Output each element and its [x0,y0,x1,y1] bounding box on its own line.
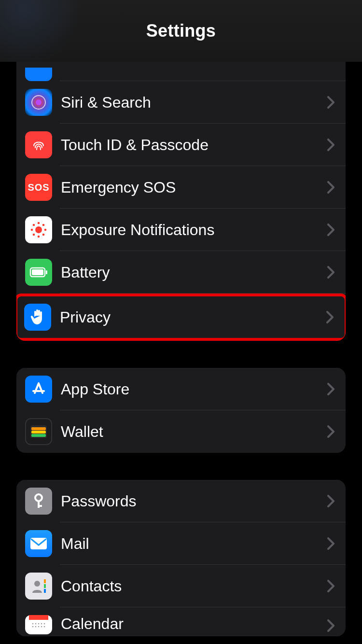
svg-point-29 [35,623,37,625]
mail-icon [25,530,52,557]
svg-point-2 [35,226,42,233]
svg-point-32 [44,623,45,625]
svg-point-34 [35,626,37,628]
svg-point-35 [38,626,40,628]
contacts-icon [25,573,52,600]
svg-rect-26 [29,615,48,620]
list-item-contacts[interactable]: Contacts [16,565,346,607]
list-item-label: Emergency SOS [61,179,327,196]
chevron-right-icon [327,181,346,194]
list-item-label: Passwords [61,492,327,510]
svg-rect-24 [44,584,46,588]
svg-rect-23 [44,579,46,583]
chevron-right-icon [327,619,346,632]
svg-point-1 [36,99,42,105]
svg-rect-17 [31,434,46,437]
svg-point-4 [38,236,40,238]
svg-point-28 [32,623,34,625]
list-item-label: Mail [61,535,327,553]
unknown-icon [25,68,52,81]
svg-point-31 [41,623,42,625]
chevron-right-icon [327,383,346,395]
chevron-right-icon [327,266,346,279]
svg-point-8 [42,224,45,226]
svg-point-37 [44,626,45,628]
list-item-exposure[interactable]: Exposure Notifications [16,209,346,251]
hand-icon [24,304,51,331]
svg-point-36 [41,626,42,628]
highlight-privacy: Privacy [16,294,346,341]
settings-group-accounts: Passwords Mail Contacts Calendar [16,480,346,636]
chevron-right-icon [326,311,345,323]
exposure-icon [25,216,52,243]
list-item-label: App Store [61,380,327,398]
svg-rect-13 [46,270,47,274]
svg-rect-20 [38,505,42,507]
siri-icon [25,89,52,116]
list-item-mail[interactable]: Mail [16,522,346,565]
svg-rect-16 [31,431,46,434]
settings-group-general: Siri & Search Touch ID & Passcode SOS Em… [16,62,346,341]
svg-point-22 [34,581,40,587]
list-item-sos[interactable]: SOS Emergency SOS [16,166,346,209]
chevron-right-icon [327,425,346,438]
settings-group-apps: App Store Wallet [16,368,346,453]
list-item-siri[interactable]: Siri & Search [16,81,346,124]
page-title: Settings [146,21,216,41]
calendar-icon [25,615,52,634]
list-item-label: Touch ID & Passcode [61,136,327,154]
battery-icon [25,259,52,286]
svg-point-3 [38,222,40,224]
appstore-icon [25,376,52,403]
wallet-icon [25,418,52,445]
list-item-label: Calendar [61,615,327,633]
chevron-right-icon [327,96,346,109]
list-item-label: Contacts [61,577,327,595]
svg-point-9 [33,234,35,236]
list-item-battery[interactable]: Battery [16,251,346,294]
svg-rect-25 [44,589,46,593]
header-bar: Settings [0,0,362,62]
list-item-privacy[interactable]: Privacy [17,296,345,338]
fingerprint-icon [25,131,52,158]
list-item-label: Wallet [61,423,327,441]
chevron-right-icon [327,537,346,550]
list-item-passwords[interactable]: Passwords [16,480,346,522]
list-item-label: Battery [61,264,327,281]
settings-list: Siri & Search Touch ID & Passcode SOS Em… [0,62,362,636]
svg-rect-15 [31,427,46,430]
svg-point-7 [33,224,35,226]
svg-point-6 [44,229,47,231]
chevron-right-icon [327,580,346,592]
list-item-label: Siri & Search [61,94,327,112]
list-item-calendar[interactable]: Calendar [16,607,346,636]
sos-icon: SOS [25,174,52,201]
svg-rect-12 [32,269,43,275]
chevron-right-icon [327,224,346,236]
list-item-label: Exposure Notifications [61,221,327,239]
svg-point-33 [32,626,34,628]
list-item-touchid[interactable]: Touch ID & Passcode [16,124,346,166]
list-item-label: Privacy [60,308,326,326]
svg-point-30 [38,623,40,625]
list-item-partial[interactable] [16,62,346,81]
chevron-right-icon [327,495,346,507]
svg-point-5 [31,229,33,231]
list-item-appstore[interactable]: App Store [16,368,346,410]
chevron-right-icon [327,139,346,151]
list-item-wallet[interactable]: Wallet [16,410,346,453]
key-icon [25,488,52,515]
svg-point-10 [42,234,45,236]
svg-point-18 [35,494,42,501]
